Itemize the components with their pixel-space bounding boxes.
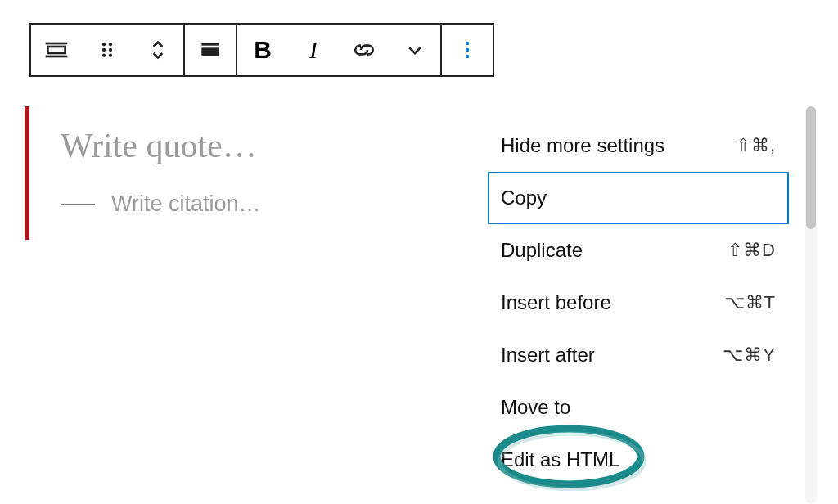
svg-point-13 — [466, 55, 470, 59]
scroll-thumb[interactable] — [806, 106, 816, 229]
link-icon — [351, 37, 377, 63]
chevron-up-down-icon — [145, 37, 171, 63]
menu-item-shortcut: ⌥⌘T — [724, 292, 776, 313]
italic-icon: I — [309, 36, 318, 64]
block-outline-icon — [43, 37, 70, 63]
menu-item-label: Edit as HTML — [501, 448, 619, 471]
svg-point-6 — [109, 48, 112, 52]
svg-rect-0 — [47, 47, 65, 53]
menu-item-duplicate[interactable]: Duplicate ⇧⌘D — [475, 224, 802, 277]
block-toolbar: B I — [29, 23, 494, 77]
svg-point-3 — [102, 43, 106, 46]
citation-dash-icon — [61, 204, 95, 205]
bold-icon: B — [254, 36, 272, 64]
menu-item-shortcut: ⇧⌘, — [736, 135, 776, 156]
svg-point-8 — [109, 54, 112, 57]
chevron-down-icon — [402, 37, 428, 63]
drag-icon — [94, 37, 120, 63]
align-icon — [197, 37, 223, 63]
block-options-menu: Hide more settings ⇧⌘, Copy Duplicate ⇧⌘… — [475, 106, 817, 504]
menu-scrollbar[interactable] — [805, 106, 817, 504]
menu-item-label: Copy — [501, 187, 547, 209]
menu-item-label: Insert after — [501, 344, 595, 367]
block-type-button[interactable] — [31, 25, 82, 75]
svg-point-11 — [466, 42, 470, 46]
menu-item-insert-after[interactable]: Insert after ⌥⌘Y — [475, 329, 802, 381]
svg-rect-10 — [201, 47, 219, 56]
menu-item-insert-before[interactable]: Insert before ⌥⌘T — [475, 277, 802, 329]
citation-row: Write citation… — [61, 191, 466, 217]
svg-point-7 — [102, 54, 106, 57]
menu-item-copy[interactable]: Copy — [488, 172, 789, 224]
more-formatting-button[interactable] — [390, 25, 440, 75]
more-vertical-icon — [454, 37, 480, 63]
menu-item-hide-settings[interactable]: Hide more settings ⇧⌘, — [475, 119, 802, 172]
svg-point-12 — [466, 48, 470, 52]
menu-item-label: Hide more settings — [501, 134, 665, 157]
menu-item-shortcut: ⇧⌘D — [728, 240, 776, 261]
link-button[interactable] — [339, 25, 390, 75]
align-button[interactable] — [185, 25, 236, 75]
move-up-down[interactable] — [133, 25, 183, 75]
italic-button[interactable]: I — [288, 25, 339, 75]
bold-button[interactable]: B — [237, 25, 288, 75]
quote-block[interactable]: Write quote… Write citation… — [25, 106, 466, 240]
menu-item-edit-as-html[interactable]: Edit as HTML — [475, 434, 802, 486]
citation-placeholder[interactable]: Write citation… — [111, 191, 261, 217]
menu-item-label: Insert before — [501, 291, 611, 314]
menu-item-shortcut: ⌥⌘Y — [723, 344, 776, 366]
menu-item-label: Duplicate — [501, 239, 583, 262]
svg-point-4 — [109, 43, 112, 46]
svg-point-5 — [102, 48, 106, 52]
quote-text-placeholder[interactable]: Write quote… — [61, 126, 466, 165]
menu-item-label: Move to — [501, 396, 570, 419]
drag-handle[interactable] — [82, 25, 133, 75]
menu-item-move-to[interactable]: Move to — [475, 381, 802, 434]
more-options-button[interactable] — [442, 25, 493, 75]
